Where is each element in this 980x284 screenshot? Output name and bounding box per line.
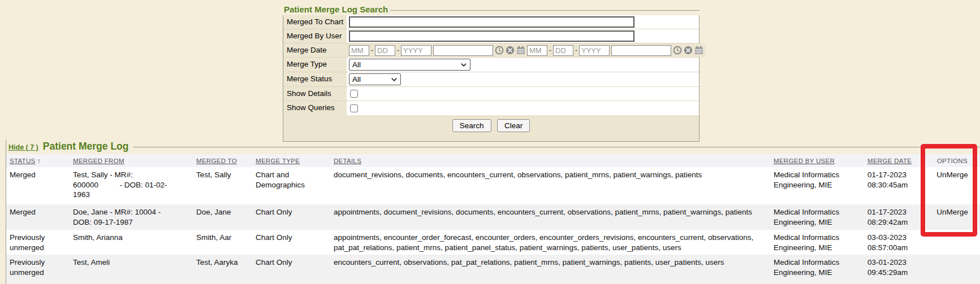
merged-to-cell: Test, Sally bbox=[196, 167, 256, 204]
merge-status-select[interactable]: All bbox=[349, 73, 401, 85]
column-header-status[interactable]: STATUS↑ bbox=[10, 156, 73, 165]
form-row-merge-type: Merge Type All bbox=[283, 58, 699, 72]
patient-merge-log-search-form: Patient Merge Log Search Merged To Chart… bbox=[283, 5, 700, 142]
merge-date-to-mm-input[interactable] bbox=[527, 45, 547, 56]
merged-by-user-cell: Medical Informatics Engineering, MIE bbox=[774, 255, 867, 284]
details-cell: appointments, document_revisions, docume… bbox=[334, 204, 774, 230]
form-row-merge-status: Merge Status All bbox=[283, 72, 699, 87]
unmerge-link[interactable]: UnMerge bbox=[936, 208, 968, 216]
legend-divider-line bbox=[133, 147, 980, 147]
merged-by-user-input[interactable] bbox=[349, 30, 634, 42]
status-cell: Merged bbox=[10, 204, 73, 230]
merge-type-cell: Chart Only bbox=[256, 230, 334, 255]
details-cell: document_revisions, documents, encounter… bbox=[334, 167, 774, 204]
column-header-merged-from[interactable]: MERGED FROM bbox=[73, 158, 196, 164]
form-row-merged-to-chart: Merged To Chart bbox=[283, 15, 699, 29]
options-cell bbox=[925, 255, 979, 284]
merged-by-user-cell: Medical Informatics Engineering, MIE bbox=[774, 204, 867, 230]
show-queries-checkbox[interactable] bbox=[350, 104, 358, 112]
merge-status-selected-value: All bbox=[352, 75, 361, 84]
show-queries-label: Show Queries bbox=[283, 101, 347, 115]
date-separator: - bbox=[397, 46, 399, 54]
merged-by-user-label: Merged By User bbox=[283, 29, 347, 43]
status-cell: Previously unmerged bbox=[10, 230, 73, 255]
date-separator: - bbox=[575, 46, 577, 54]
unmerge-link[interactable]: UnMerge bbox=[936, 171, 968, 179]
column-header-options: OPTIONS bbox=[925, 158, 979, 164]
merge-date-to-dd-input[interactable] bbox=[553, 45, 573, 56]
form-row-show-details: Show Details bbox=[283, 87, 699, 101]
table-row: Merged Doe, Jane - MR#: 10004 - DOB: 09-… bbox=[6, 204, 980, 230]
form-row-merged-by-user: Merged By User bbox=[283, 29, 699, 43]
chevron-down-icon bbox=[391, 76, 398, 83]
column-header-merged-by-user[interactable]: MERGED BY USER bbox=[774, 158, 867, 164]
column-header-details[interactable]: DETAILS bbox=[334, 158, 774, 164]
column-header-merged-to[interactable]: MERGED TO bbox=[196, 158, 256, 164]
merged-to-cell: Smith, Aar bbox=[196, 230, 256, 255]
merged-by-user-cell: Medical Informatics Engineering, MIE bbox=[774, 230, 867, 255]
options-cell bbox=[925, 230, 979, 255]
clear-button[interactable]: Clear bbox=[497, 119, 530, 132]
merge-log-legend: Hide ( 7 ) Patient Merge Log bbox=[6, 139, 980, 154]
merge-type-label: Merge Type bbox=[283, 58, 347, 72]
merge-type-cell: Chart Only bbox=[256, 204, 334, 230]
merge-date-from-dd-input[interactable] bbox=[375, 45, 395, 56]
calendar-icon[interactable] bbox=[694, 46, 703, 55]
hide-toggle-link[interactable]: Hide ( 7 ) bbox=[8, 143, 38, 151]
merge-log-header-row: STATUS↑ MERGED FROM MERGED TO MERGE TYPE… bbox=[6, 154, 980, 167]
merge-date-to-time-input[interactable] bbox=[611, 45, 671, 56]
merge-date-cell: 03-03-2023 08:57:00am bbox=[867, 230, 925, 255]
merge-type-select[interactable]: All bbox=[349, 59, 470, 71]
clear-icon[interactable] bbox=[506, 46, 515, 55]
status-cell: Merged bbox=[10, 167, 73, 204]
search-form-footer: Search Clear bbox=[283, 115, 699, 141]
merged-to-cell: Test, Aaryka bbox=[196, 255, 256, 284]
date-separator: - bbox=[549, 46, 551, 54]
search-form-title: Patient Merge Log Search bbox=[283, 5, 390, 15]
merge-status-label: Merge Status bbox=[283, 72, 347, 86]
merge-date-from-time-input[interactable] bbox=[433, 45, 493, 56]
merged-from-cell: Smith, Arianna bbox=[73, 230, 196, 255]
merge-date-cell: 01-17-2023 08:29:42am bbox=[867, 204, 925, 230]
merge-date-from-mm-input[interactable] bbox=[349, 45, 369, 56]
merged-by-user-cell: Medical Informatics Engineering, MIE bbox=[774, 167, 867, 204]
merge-type-cell: Chart Only bbox=[256, 255, 334, 284]
table-row: Previously unmerged Smith, Arianna Smith… bbox=[6, 230, 980, 255]
chevron-down-icon bbox=[460, 62, 467, 68]
column-header-merge-date[interactable]: MERGE DATE bbox=[867, 158, 925, 164]
sort-ascending-icon: ↑ bbox=[37, 156, 41, 165]
merge-type-selected-value: All bbox=[352, 60, 361, 69]
search-button[interactable]: Search bbox=[452, 119, 491, 132]
merged-from-cell: Test, Ameli bbox=[73, 255, 196, 284]
column-header-merge-type[interactable]: MERGE TYPE bbox=[256, 158, 334, 164]
patient-merge-log-section: Hide ( 7 ) Patient Merge Log STATUS↑ MER… bbox=[6, 139, 980, 284]
show-details-checkbox[interactable] bbox=[350, 90, 358, 98]
status-cell: Previously unmerged bbox=[10, 255, 73, 284]
merge-date-label: Merge Date bbox=[283, 43, 347, 57]
merged-from-cell: Doe, Jane - MR#: 10004 - DOB: 09-17-1987 bbox=[73, 204, 196, 230]
merge-date-from-yyyy-input[interactable] bbox=[401, 45, 431, 56]
merge-date-cell: 01-17-2023 08:30:45am bbox=[867, 167, 925, 204]
merge-date-cell: 03-01-2023 09:45:29am bbox=[867, 255, 925, 284]
merge-date-to-yyyy-input[interactable] bbox=[579, 45, 610, 56]
merge-log-title: Patient Merge Log bbox=[43, 141, 129, 152]
clock-icon[interactable] bbox=[673, 46, 682, 55]
details-cell: appointments, encounter_order_forecast, … bbox=[334, 230, 774, 255]
legend-divider-line bbox=[390, 10, 700, 11]
clock-icon[interactable] bbox=[495, 46, 504, 55]
calendar-icon[interactable] bbox=[516, 46, 525, 55]
merged-to-cell: Doe, Jane bbox=[196, 204, 256, 230]
table-row: Merged Test, Sally - MR#: 600000 - DOB: … bbox=[6, 167, 980, 204]
search-form-legend: Patient Merge Log Search bbox=[283, 5, 700, 15]
show-details-label: Show Details bbox=[283, 87, 347, 101]
merged-to-chart-label: Merged To Chart bbox=[283, 15, 347, 29]
merged-from-cell: Test, Sally - MR#: 600000 - DOB: 01-02- … bbox=[73, 167, 196, 204]
merge-type-cell: Chart and Demographics bbox=[256, 167, 334, 204]
clear-icon[interactable] bbox=[684, 46, 693, 55]
table-row: Previously unmerged Test, Ameli Test, Aa… bbox=[6, 255, 980, 284]
date-separator: - bbox=[371, 46, 373, 54]
form-row-merge-date: Merge Date - - - - bbox=[283, 43, 699, 58]
merged-to-chart-input[interactable] bbox=[349, 16, 634, 28]
form-row-show-queries: Show Queries bbox=[283, 101, 699, 115]
details-cell: encounters_current, observations, pat_pa… bbox=[334, 255, 774, 284]
